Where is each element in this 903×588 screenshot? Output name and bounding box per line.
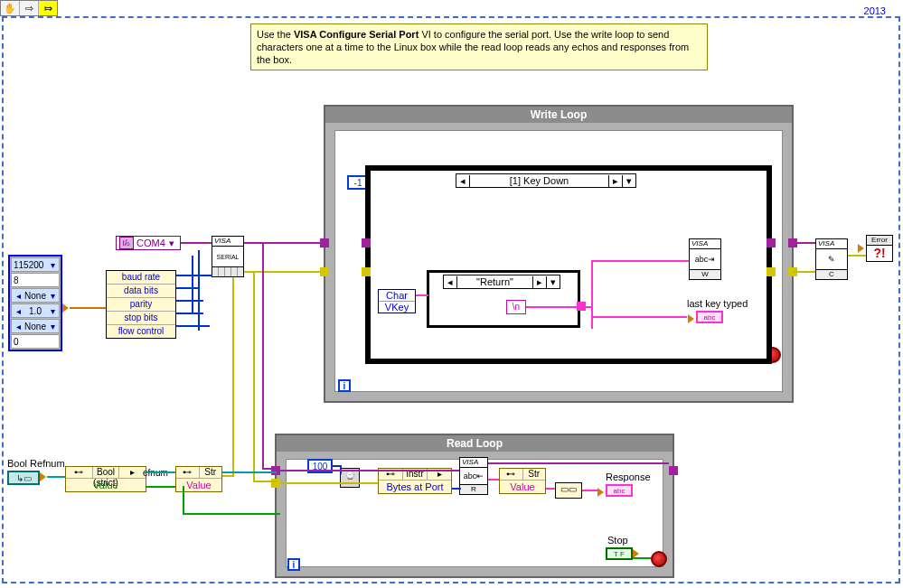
bbn-databits[interactable]: data bits — [107, 285, 175, 298]
output-tri-icon — [40, 472, 46, 481]
tunnel — [669, 466, 678, 475]
str-property-node-2[interactable]: ⊷Str Value — [499, 468, 546, 494]
last-key-typed-label: last key typed — [687, 298, 748, 309]
write-loop-i: i — [338, 379, 351, 392]
wire — [488, 462, 669, 464]
event-next-icon[interactable]: ▸ — [608, 175, 622, 187]
output-tri-icon — [858, 244, 864, 253]
visa-resource-value: COM4 — [136, 238, 165, 248]
dropdown-icon: ▾ — [169, 238, 174, 249]
wire — [452, 488, 461, 490]
response-label: Response — [606, 471, 651, 482]
event-prev-icon[interactable]: ◂ — [456, 175, 470, 187]
dropdown-icon[interactable]: ▾ — [622, 175, 635, 187]
wire — [253, 271, 255, 482]
wire — [176, 325, 210, 327]
wire — [633, 557, 651, 559]
dropdown-icon[interactable]: ▾ — [546, 276, 560, 288]
wire — [848, 255, 866, 257]
wire — [176, 300, 203, 302]
event-case-label: [1] Key Down — [470, 175, 608, 186]
output-tri-icon — [597, 488, 604, 497]
pan-tool-button[interactable]: ✋ — [1, 1, 20, 15]
event-selector[interactable]: ◂ [1] Key Down ▸ ▾ — [456, 173, 636, 188]
read-loop-stop-terminal — [651, 551, 667, 567]
wire — [222, 475, 234, 477]
wire — [280, 470, 459, 471]
last-key-typed-terminal[interactable]: abc — [696, 311, 723, 323]
wire — [253, 481, 277, 482]
wire — [591, 260, 689, 262]
wire — [181, 242, 212, 244]
wire — [198, 250, 200, 331]
visa-write[interactable]: VISA abc⇥ W — [689, 238, 721, 280]
read-loop-title: Read Loop — [277, 435, 673, 452]
wire — [192, 256, 193, 313]
tunnel — [767, 267, 776, 276]
bbn-parity[interactable]: parity — [107, 298, 175, 312]
case-label: "Return" — [457, 276, 532, 287]
error-out-terminal[interactable]: Error?! — [866, 235, 893, 262]
case-next-icon[interactable]: ▸ — [532, 276, 546, 288]
instr-property-node[interactable]: ⊷Instr▸ Bytes at Port — [378, 468, 452, 494]
newline-constant[interactable]: \n — [506, 300, 526, 314]
event-data-vkey[interactable]: VKey — [379, 302, 415, 313]
wire — [262, 242, 264, 470]
response-terminal[interactable]: abc — [606, 484, 633, 497]
bbn-stopbits[interactable]: stop bits — [107, 312, 175, 325]
wire — [70, 307, 106, 309]
wire — [47, 476, 65, 478]
bbn-flow[interactable]: flow control — [107, 325, 175, 338]
step-over-button[interactable]: ⇨ — [20, 1, 39, 15]
stop-label: Stop — [607, 535, 628, 546]
case-prev-icon[interactable]: ◂ — [444, 276, 457, 288]
wire — [794, 242, 815, 244]
bool-refnum-label: Bool Refnum — [7, 458, 65, 469]
visa-read[interactable]: VISA abc⇤ R — [459, 457, 488, 495]
wire — [416, 294, 428, 296]
baud-const[interactable]: 115200▾ — [11, 257, 60, 272]
tunnel — [362, 267, 371, 276]
wire — [176, 287, 198, 289]
wire — [183, 486, 184, 513]
stopbits-const[interactable]: ◂1.0▾ — [11, 303, 60, 318]
wire — [582, 490, 598, 491]
year-tag: 2013 — [861, 5, 889, 16]
wire — [183, 513, 280, 515]
highlight-exec-button[interactable]: ⤇ — [39, 1, 57, 15]
flow-const[interactable]: ◂None▾ — [11, 319, 60, 333]
bool-refnum-control[interactable]: ↳▭ — [7, 471, 40, 485]
output-tri-icon — [688, 314, 694, 323]
stop-control-terminal[interactable]: T F — [606, 547, 633, 560]
event-data-node[interactable]: Char VKey — [378, 289, 416, 313]
note-pre: Use the — [257, 29, 294, 40]
wire — [526, 306, 580, 308]
comment-note: Use the VISA Configure Serial Port VI to… — [250, 23, 708, 70]
write-loop-title: Write Loop — [325, 107, 792, 123]
visa-resource-name[interactable]: I/₀ COM4 ▾ — [116, 236, 181, 250]
parity-const[interactable]: ◂None▾ — [11, 288, 60, 303]
note-bold: VISA Configure Serial Port — [294, 29, 419, 40]
bool-property-node[interactable]: ⊷Bool (strict)▸ Value — [65, 466, 146, 492]
tunnel — [577, 302, 586, 311]
event-data-char[interactable]: Char — [379, 290, 415, 302]
databits-const[interactable]: 8 — [11, 273, 60, 287]
bundle-by-name[interactable]: baud rate data bits parity stop bits flo… — [106, 270, 176, 339]
case-selector[interactable]: ◂ "Return" ▸ ▾ — [443, 275, 560, 289]
wire — [176, 313, 203, 314]
wire — [280, 482, 378, 484]
visa-close[interactable]: VISA ✎ C — [815, 238, 848, 280]
wire — [591, 316, 687, 318]
wire — [232, 277, 234, 476]
wire — [176, 275, 212, 276]
extra-const[interactable]: 0 — [11, 334, 60, 349]
visa-resource-prefix: I/₀ — [119, 237, 134, 249]
wire — [488, 479, 499, 481]
serial-constants-cluster[interactable]: 115200▾ 8 ◂None▾ ◂1.0▾ ◂None▾ 0 — [8, 255, 62, 351]
visa-configure-serial-port[interactable]: VISA SERIAL — [212, 236, 244, 267]
bbn-baud[interactable]: baud rate — [107, 271, 175, 285]
concat-strings[interactable]: ▭▭ — [555, 482, 582, 499]
wire — [591, 260, 593, 329]
wire — [262, 468, 277, 470]
visa-serial-connector — [212, 266, 244, 277]
